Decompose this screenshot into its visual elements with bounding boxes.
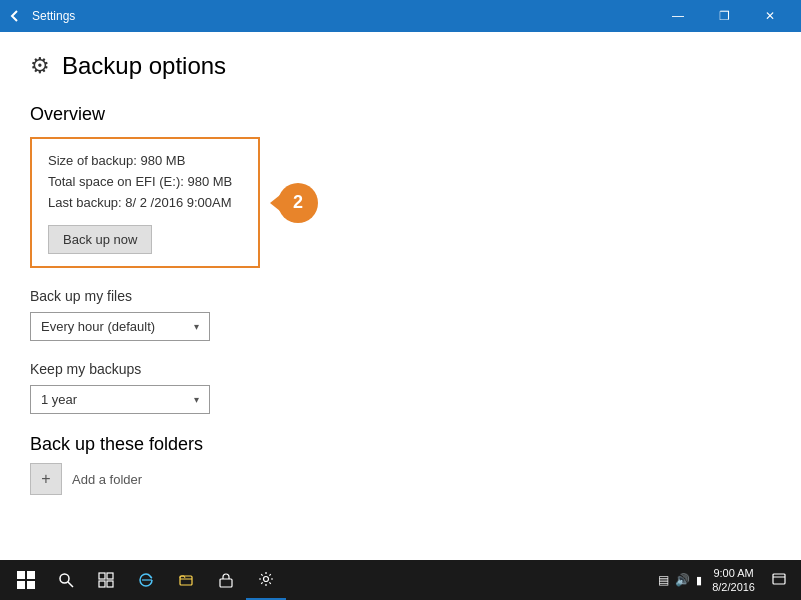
minimize-button[interactable]: — (655, 0, 701, 32)
store-taskbar-icon[interactable] (206, 560, 246, 600)
svg-point-4 (60, 574, 69, 583)
chevron-down-icon-2: ▾ (194, 394, 199, 405)
folders-section: Back up these folders + Add a folder (30, 434, 771, 495)
add-folder-label: Add a folder (72, 472, 142, 487)
keep-backups-label: Keep my backups (30, 361, 771, 377)
overview-section: Overview Size of backup: 980 MB Total sp… (30, 104, 771, 288)
add-folder-button[interactable]: + (30, 463, 62, 495)
last-backup: Last backup: 8/ 2 /2016 9:00AM (48, 193, 242, 214)
network-icon: ▤ (658, 573, 669, 587)
svg-line-5 (68, 582, 73, 587)
page-header: ⚙ Backup options (30, 52, 771, 80)
overview-info: Size of backup: 980 MB Total space on EF… (48, 151, 242, 213)
settings-icon: ⚙ (30, 53, 50, 79)
time-display: 9:00 AM (713, 566, 753, 580)
svg-rect-3 (27, 581, 35, 589)
svg-rect-8 (99, 581, 105, 587)
svg-rect-6 (99, 573, 105, 579)
system-tray: ▤ 🔊 ▮ 9:00 AM 8/2/2016 (658, 560, 795, 600)
svg-rect-1 (27, 571, 35, 579)
search-taskbar-icon[interactable] (46, 560, 86, 600)
close-button[interactable]: ✕ (747, 0, 793, 32)
maximize-button[interactable]: ❐ (701, 0, 747, 32)
add-folder-row: + Add a folder (30, 463, 771, 495)
svg-rect-14 (773, 574, 785, 584)
edge-taskbar-icon[interactable] (126, 560, 166, 600)
chevron-down-icon: ▾ (194, 321, 199, 332)
backup-frequency-section: Back up my files Every hour (default) ▾ (30, 288, 771, 341)
start-button[interactable] (6, 560, 46, 600)
keep-backups-value: 1 year (41, 392, 77, 407)
window-title: Settings (32, 9, 655, 23)
tray-icons: ▤ 🔊 ▮ (658, 573, 702, 587)
svg-rect-12 (220, 579, 232, 587)
window-controls: — ❐ ✕ (655, 0, 793, 32)
page-title: Backup options (62, 52, 226, 80)
main-content: ⚙ Backup options Overview Size of backup… (0, 32, 801, 560)
clock: 9:00 AM 8/2/2016 (712, 566, 755, 595)
svg-rect-0 (17, 571, 25, 579)
volume-icon: 🔊 (675, 573, 690, 587)
keep-backups-dropdown[interactable]: 1 year ▾ (30, 385, 210, 414)
back-up-now-button[interactable]: Back up now (48, 225, 152, 254)
backup-frequency-dropdown[interactable]: Every hour (default) ▾ (30, 312, 210, 341)
overview-title: Overview (30, 104, 771, 125)
date-display: 8/2/2016 (712, 580, 755, 594)
svg-rect-2 (17, 581, 25, 589)
title-bar: Settings — ❐ ✕ (0, 0, 801, 32)
settings-taskbar-icon[interactable] (246, 560, 286, 600)
total-space: Total space on EFI (E:): 980 MB (48, 172, 242, 193)
overview-box: Size of backup: 980 MB Total space on EF… (30, 137, 260, 268)
backup-frequency-label: Back up my files (30, 288, 771, 304)
back-button[interactable] (8, 9, 22, 23)
battery-icon: ▮ (696, 574, 702, 587)
svg-rect-7 (107, 573, 113, 579)
svg-rect-11 (180, 576, 192, 585)
folders-title: Back up these folders (30, 434, 771, 455)
backup-frequency-value: Every hour (default) (41, 319, 155, 334)
keep-backups-section: Keep my backups 1 year ▾ (30, 361, 771, 414)
callout-number: 2 (293, 192, 303, 213)
notification-button[interactable] (763, 560, 795, 600)
backup-size: Size of backup: 980 MB (48, 151, 242, 172)
callout-bubble: 2 (278, 183, 318, 223)
svg-point-13 (264, 577, 269, 582)
explorer-taskbar-icon[interactable] (166, 560, 206, 600)
task-view-icon[interactable] (86, 560, 126, 600)
taskbar: ▤ 🔊 ▮ 9:00 AM 8/2/2016 (0, 560, 801, 600)
svg-rect-9 (107, 581, 113, 587)
